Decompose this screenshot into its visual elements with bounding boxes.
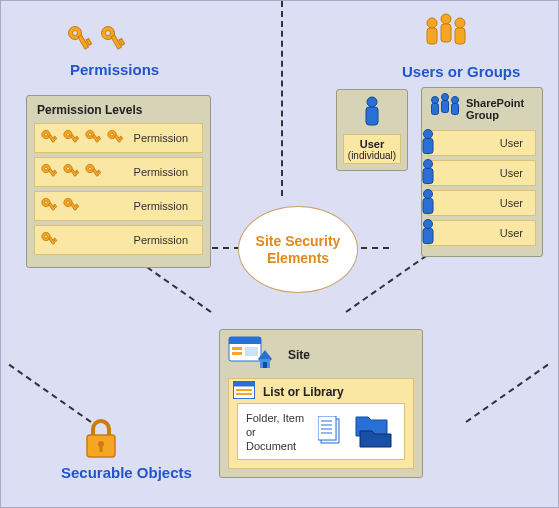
- group-user-row: User: [428, 160, 536, 186]
- key-icon: [41, 129, 61, 147]
- svg-rect-61: [452, 104, 459, 115]
- key-icon: [85, 129, 105, 147]
- svg-rect-24: [93, 135, 99, 143]
- permission-label: Permission: [134, 200, 196, 212]
- group-user-row: User: [428, 220, 536, 246]
- svg-rect-74: [245, 347, 258, 356]
- connector: [9, 364, 92, 423]
- svg-rect-67: [423, 199, 433, 214]
- folder-item-card: Folder, Item or Document: [237, 403, 405, 460]
- user-label: User: [500, 137, 523, 149]
- svg-point-62: [424, 130, 433, 139]
- section-heading-permissions: Permissions: [70, 61, 159, 78]
- svg-point-15: [45, 133, 48, 136]
- svg-rect-16: [49, 135, 55, 143]
- connector: [465, 364, 548, 423]
- svg-point-27: [111, 133, 114, 136]
- permission-label: Permission: [134, 166, 196, 178]
- svg-rect-28: [115, 135, 121, 143]
- svg-rect-77: [263, 362, 267, 368]
- svg-point-58: [442, 94, 449, 101]
- svg-rect-79: [234, 382, 255, 387]
- svg-rect-36: [71, 169, 77, 177]
- user-subtitle: (individual): [348, 150, 396, 161]
- user-label: User: [500, 167, 523, 179]
- key-icon: [41, 163, 61, 181]
- svg-point-54: [367, 97, 377, 107]
- svg-rect-73: [232, 352, 242, 355]
- card-title: Permission Levels: [37, 103, 203, 117]
- svg-rect-72: [232, 347, 242, 350]
- svg-point-1: [73, 31, 78, 36]
- key-icon: [63, 129, 83, 147]
- key-icon: [41, 231, 61, 249]
- key-icon-group: [41, 231, 61, 249]
- user-label: User: [500, 197, 523, 209]
- key-icon-group: [41, 129, 127, 147]
- sharepoint-group-card: SharePoint Group UserUserUserUser: [421, 87, 543, 257]
- permission-label: Permission: [134, 132, 196, 144]
- svg-rect-9: [427, 28, 437, 44]
- lock-icon: [81, 417, 121, 465]
- person-icon: [361, 96, 383, 134]
- site-icon: [228, 336, 280, 374]
- svg-rect-83: [318, 416, 336, 440]
- svg-point-60: [452, 97, 459, 104]
- svg-rect-57: [432, 104, 439, 115]
- svg-point-66: [424, 190, 433, 199]
- section-heading-users: Users or Groups: [402, 63, 520, 80]
- svg-rect-65: [423, 169, 433, 184]
- svg-rect-52: [49, 237, 55, 245]
- permission-row: Permission: [34, 191, 203, 221]
- svg-rect-71: [229, 337, 261, 344]
- center-label: Site Security Elements: [239, 233, 357, 267]
- group-title: SharePoint Group: [466, 97, 536, 121]
- section-heading-securable: Securable Objects: [61, 464, 192, 481]
- svg-rect-90: [100, 445, 103, 452]
- inner-text: Folder, Item or Document: [246, 412, 308, 453]
- person-icon: [419, 219, 437, 249]
- svg-point-10: [441, 14, 451, 24]
- user-label: User: [500, 227, 523, 239]
- svg-rect-59: [442, 101, 449, 113]
- site-title: Site: [288, 348, 310, 362]
- key-icon-group: [41, 163, 105, 181]
- diagram-canvas: Permissions Users or Groups Securable Ob…: [0, 0, 559, 508]
- group-user-row: User: [428, 130, 536, 156]
- key-icon: [63, 163, 83, 181]
- svg-point-56: [432, 97, 439, 104]
- svg-point-23: [89, 133, 92, 136]
- svg-rect-40: [93, 169, 99, 177]
- list-icon: [233, 381, 255, 403]
- svg-rect-48: [71, 203, 77, 211]
- svg-rect-11: [441, 24, 451, 42]
- svg-rect-13: [455, 28, 465, 44]
- key-icon: [63, 197, 83, 215]
- folder-icon: [354, 413, 396, 453]
- group-user-row: User: [428, 190, 536, 216]
- permission-levels-card: Permission Levels PermissionPermissionPe…: [26, 95, 211, 268]
- svg-point-64: [424, 160, 433, 169]
- svg-point-68: [424, 220, 433, 229]
- people-group-icon: [416, 11, 476, 63]
- person-icon: [419, 129, 437, 159]
- key-icon: [107, 129, 127, 147]
- svg-point-5: [106, 31, 111, 36]
- user-card: User (individual): [336, 89, 408, 171]
- svg-point-8: [427, 18, 437, 28]
- permission-row: Permission: [34, 225, 203, 255]
- svg-point-43: [45, 201, 48, 204]
- svg-point-51: [45, 235, 48, 238]
- person-icon: [419, 159, 437, 189]
- permission-label: Permission: [134, 234, 196, 246]
- person-icon: [419, 189, 437, 219]
- key-icon: [41, 197, 61, 215]
- site-card: Site List or Library Folder, Item or Doc…: [219, 329, 423, 478]
- permission-row: Permission: [34, 123, 203, 153]
- svg-point-19: [67, 133, 70, 136]
- document-icon: [318, 416, 344, 450]
- key-icon: [99, 25, 127, 59]
- user-box: User (individual): [343, 134, 401, 164]
- list-library-card: List or Library Folder, Item or Document: [228, 378, 414, 469]
- key-icon: [66, 25, 94, 59]
